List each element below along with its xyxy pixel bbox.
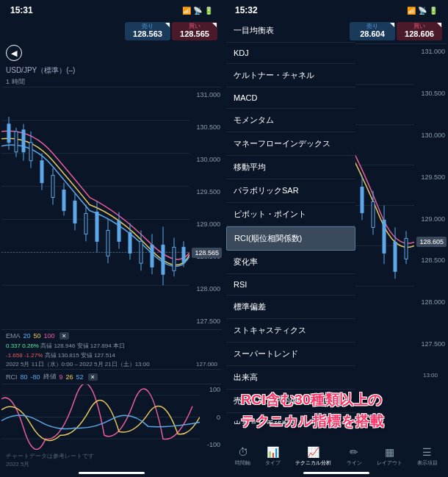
candles bbox=[1, 87, 189, 329]
status-bar: 15:32 📶 📡 🔋 bbox=[226, 1, 447, 19]
indicator-item[interactable]: スーパートレンド bbox=[226, 342, 355, 366]
tool-icon: ✏ bbox=[350, 446, 358, 458]
sell-label: 売り bbox=[128, 24, 167, 29]
rci-lines bbox=[1, 384, 200, 450]
svg-rect-53 bbox=[361, 187, 364, 213]
y-tick: 128.500 bbox=[416, 257, 445, 264]
indicator-item[interactable]: ピボット・ポイント bbox=[226, 203, 355, 226]
indicator-list[interactable]: 一目均衡表KDJケルトナー・チャネルMACDモメンタムマネーフローインデックス移… bbox=[226, 19, 355, 424]
rci-indicator-row[interactable]: RCI 80 -80 終値 9 26 52 × bbox=[1, 369, 222, 384]
home-indicator[interactable] bbox=[79, 472, 145, 474]
indicator-item[interactable]: MACD bbox=[226, 87, 355, 109]
tool-label: タイプ bbox=[265, 459, 281, 467]
rci-tick: 100 bbox=[201, 386, 220, 393]
indicator-item[interactable]: 移動平均 bbox=[226, 156, 355, 179]
disclaimer: チャートデータは参考レートです bbox=[6, 452, 217, 460]
svg-rect-11 bbox=[22, 130, 25, 152]
y-tick: 131.000 bbox=[191, 92, 220, 98]
indicator-item[interactable]: ストキャスティクス bbox=[226, 319, 355, 342]
indicator-item[interactable]: RCI(順位相関係数) bbox=[226, 226, 355, 251]
callout-text: RCI含む30種類以上の テクニカル指標を搭載 bbox=[241, 390, 384, 431]
indicator-item[interactable]: 変化率 bbox=[226, 251, 355, 274]
y-tick: 131.000 bbox=[416, 49, 445, 55]
date-range: 2022 5月 bbox=[6, 460, 217, 468]
toolbar-item[interactable]: ⏱ 時間軸 bbox=[235, 446, 250, 467]
rci-label: RCI bbox=[6, 373, 18, 381]
svg-rect-29 bbox=[118, 221, 120, 242]
buy-tab[interactable]: 買い 128.565 bbox=[172, 22, 217, 40]
tool-label: 時間軸 bbox=[235, 459, 250, 467]
toolbar-item[interactable]: ☰ 表示項目 bbox=[417, 446, 438, 467]
data-row-3: 2022 5月 11日（水）0:00 – 2022 5月 21日（土）13:00… bbox=[1, 360, 222, 369]
tool-icon: 📊 bbox=[267, 446, 279, 458]
y-tick: 128.000 bbox=[191, 286, 220, 293]
status-bar: 15:31 📶 📡 🔋 bbox=[1, 1, 222, 19]
y-tick: 128.000 bbox=[416, 299, 445, 306]
close-icon[interactable]: × bbox=[59, 332, 69, 340]
indicator-item[interactable]: モメンタム bbox=[226, 109, 355, 132]
footer: チャートデータは参考レートです 2022 5月 bbox=[1, 451, 222, 470]
indicator-item[interactable]: パラボリックSAR bbox=[226, 179, 355, 203]
tool-icon: ⏱ bbox=[238, 446, 248, 458]
buy-tab[interactable]: 買い 128.606 bbox=[397, 22, 442, 40]
tool-icon: ☰ bbox=[422, 446, 432, 458]
rci-tick: -100 bbox=[201, 441, 220, 448]
tool-icon: 📈 bbox=[307, 446, 319, 458]
svg-rect-13 bbox=[29, 143, 32, 161]
y-tick: 129.000 bbox=[416, 216, 445, 223]
tool-label: ライン bbox=[347, 459, 362, 467]
current-price-badge: 128.605 bbox=[416, 237, 447, 247]
svg-rect-37 bbox=[162, 245, 165, 275]
indicator-item[interactable]: ケルトナー・チャネル bbox=[226, 64, 355, 87]
svg-rect-61 bbox=[405, 239, 408, 259]
indicator-item[interactable]: マネーフローインデックス bbox=[226, 132, 355, 156]
indicator-item[interactable]: RSI bbox=[226, 274, 355, 295]
y-tick: 129.000 bbox=[191, 221, 220, 228]
tool-icon: ▦ bbox=[385, 446, 394, 458]
current-price-badge: 128.565 bbox=[192, 248, 222, 258]
toolbar-item[interactable]: 📊 タイプ bbox=[265, 446, 281, 467]
rci-tick: 0 bbox=[201, 414, 220, 421]
svg-rect-41 bbox=[182, 248, 185, 262]
home-indicator[interactable] bbox=[303, 472, 369, 474]
toolbar-item[interactable]: ✏ ライン bbox=[347, 446, 362, 467]
ema-period-1: 20 bbox=[24, 332, 31, 340]
ema-label: EMA bbox=[6, 332, 21, 340]
y-tick: 130.000 bbox=[191, 157, 220, 163]
y-tick: 127.500 bbox=[416, 341, 445, 348]
toolbar-item[interactable]: 📈 テクニカル分析 bbox=[295, 446, 331, 467]
close-icon[interactable]: × bbox=[88, 373, 98, 381]
sell-tab[interactable]: 売り 28.604 bbox=[350, 22, 395, 40]
svg-rect-55 bbox=[372, 202, 375, 228]
svg-rect-19 bbox=[62, 190, 65, 211]
y-axis: 131.000130.500130.000129.500129.000128.5… bbox=[414, 44, 447, 352]
indicator-item[interactable]: KDJ bbox=[226, 43, 355, 64]
svg-rect-39 bbox=[173, 248, 176, 271]
data-row-1: 0.337 0.26% 高値 128.946 安値 127.894 本日 bbox=[1, 342, 222, 351]
data-row-2: -1.658 -1.27% 高値 130.815 安値 127.514 bbox=[1, 351, 222, 360]
phone-left: 15:31 📶 📡 🔋 売り 128.563 買い 128.565 ◀ USD/… bbox=[1, 1, 222, 476]
back-button[interactable]: ◀ bbox=[6, 45, 22, 61]
timeframe-label[interactable]: 1 時間 bbox=[1, 77, 222, 87]
ema-period-3: 100 bbox=[44, 332, 55, 340]
phone-right: 15:32 📶 📡 🔋 売り 28.604 買い 128.606 131.000… bbox=[226, 1, 447, 476]
buy-price: 128.565 bbox=[175, 29, 214, 39]
bottom-toolbar: ⏱ 時間軸 📊 タイプ 📈 テクニカル分析 ✏ ライン ▦ レイアウト ☰ 表示… bbox=[226, 443, 447, 470]
pair-info[interactable]: USD/JPY（標準）(–) bbox=[1, 64, 222, 77]
indicator-item[interactable]: 出来高 bbox=[226, 366, 355, 390]
tool-label: 表示項目 bbox=[417, 459, 438, 467]
sell-tab[interactable]: 売り 128.563 bbox=[125, 22, 170, 40]
rci-chart[interactable]: 1000-100 bbox=[1, 384, 222, 450]
status-icons: 📶 📡 🔋 bbox=[407, 7, 438, 15]
toolbar-item[interactable]: ▦ レイアウト bbox=[377, 446, 402, 467]
svg-rect-35 bbox=[151, 245, 153, 268]
main-chart[interactable]: 131.000130.500130.000129.500129.000128.5… bbox=[1, 87, 222, 329]
tool-label: レイアウト bbox=[377, 459, 402, 467]
indicator-item[interactable]: 標準偏差 bbox=[226, 295, 355, 319]
svg-rect-15 bbox=[40, 161, 43, 183]
sell-price: 128.563 bbox=[128, 29, 167, 39]
ema-indicator-row[interactable]: EMA 20 50 100 × bbox=[1, 329, 222, 342]
price-tabs: 売り 28.604 買い 128.606 bbox=[226, 19, 447, 43]
top-row: ◀ bbox=[1, 43, 222, 62]
buy-label: 買い bbox=[175, 24, 214, 29]
